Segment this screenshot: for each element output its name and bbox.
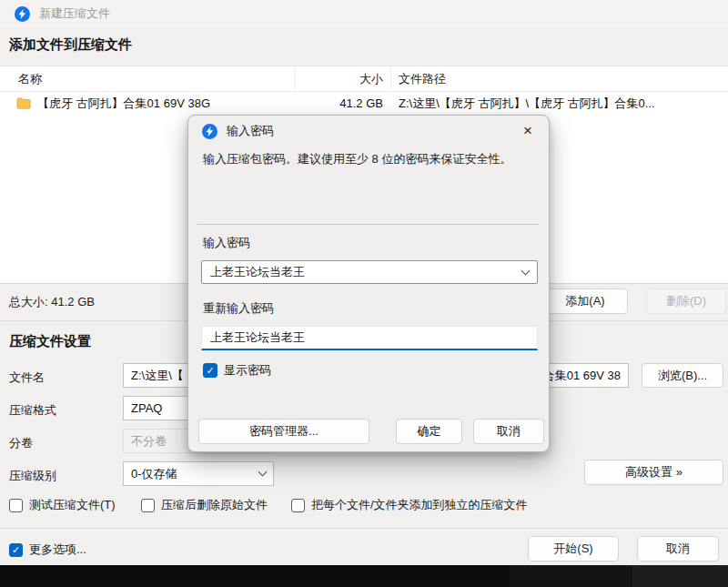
password-label: 输入密码 [203,235,250,251]
close-icon[interactable]: × [516,119,540,143]
checkbox-test-archive[interactable]: 测试压缩文件(T) [9,497,116,513]
bandizip-icon [15,6,30,22]
volume-label: 分卷 [9,435,33,451]
file-path: Z:\这里\【虎牙 古阿扎】\【虎牙 古阿扎】合集0... [391,92,728,115]
checkbox-label: 压缩后删除原始文件 [161,497,268,513]
checkbox-label: 把每个文件/文件夹添加到独立的压缩文件 [311,497,528,513]
more-options-checkbox[interactable]: ✓ 更多选项... [9,541,86,558]
chevron-down-icon [521,266,531,275]
column-header-name[interactable]: 名称 [0,66,294,91]
check-icon: ✓ [12,545,20,555]
password-combobox[interactable]: 上老王论坛当老王 [201,260,538,284]
lightning-glyph [18,9,26,19]
checkbox-box[interactable]: ✓ [9,543,23,557]
dialog-titlebar: 输入密码 [202,123,274,139]
format-label: 压缩格式 [9,402,56,419]
desktop-strip [0,565,728,587]
checkbox-box[interactable] [141,499,155,512]
level-label: 压缩级别 [9,468,56,484]
checkbox-box[interactable] [9,499,23,512]
dialog-divider [197,224,540,225]
filename-value-left: Z:\这里\【 [131,368,184,384]
password-manager-button[interactable]: 密码管理器... [198,419,369,444]
level-select[interactable]: 0-仅存储 [123,461,274,486]
dialog-cancel-button[interactable]: 取消 [473,419,544,444]
filename-label: 文件名 [9,369,45,386]
lightning-glyph [206,127,214,137]
column-header-path[interactable]: 文件路径 [391,66,728,91]
checkbox-label: 显示密码 [224,362,271,379]
password-dialog: 输入密码 × 输入压缩包密码。建议使用至少 8 位的密码来保证安全性。 输入密码… [187,115,550,452]
cancel-button[interactable]: 取消 [637,536,719,562]
confirm-password-label: 重新输入密码 [203,300,274,317]
format-value: ZPAQ [131,401,162,415]
file-list-header: 名称 大小 文件路径 [0,66,728,92]
file-size: 41.2 GB [294,92,391,115]
folder-icon [16,97,31,109]
advanced-settings-button[interactable]: 高级设置 » [584,460,723,485]
delete-button: 删除(D) [646,288,726,314]
dialog-title: 输入密码 [227,123,274,139]
section-title-add-files: 添加文件到压缩文件 [9,36,132,54]
column-header-size[interactable]: 大小 [294,66,391,91]
window-title: 新建压缩文件 [39,5,110,22]
confirm-password-input[interactable] [201,326,538,350]
settings-title: 压缩文件设置 [9,333,91,350]
checkbox-delete-after[interactable]: 压缩后删除原始文件 [141,497,268,513]
volume-value: 不分卷 [131,433,167,450]
password-value: 上老王论坛当老王 [210,264,305,280]
total-size-label: 总大小: 41.2 GB [9,294,95,310]
check-icon: ✓ [206,366,214,376]
add-button[interactable]: 添加(A) [542,288,628,314]
browse-button[interactable]: 浏览(B)... [642,363,723,388]
table-row[interactable]: 【虎牙 古阿扎】合集01 69V 38G 41.2 GB Z:\这里\【虎牙 古… [0,92,728,115]
window-titlebar: 新建压缩文件 [0,0,728,27]
checkbox-label: 测试压缩文件(T) [29,497,116,513]
dialog-description: 输入压缩包密码。建议使用至少 8 位的密码来保证安全性。 [203,151,538,167]
new-archive-window: 新建压缩文件 添加文件到压缩文件 名称 大小 文件路径 【虎牙 古阿扎】合集01… [0,0,728,587]
start-button[interactable]: 开始(S) [528,536,619,562]
footer-divider [0,528,728,529]
show-password-checkbox[interactable]: ✓ 显示密码 [203,362,271,379]
ok-button[interactable]: 确定 [396,419,462,444]
checkbox-box[interactable]: ✓ [203,363,217,378]
level-value: 0-仅存储 [131,466,177,482]
filename-value-right: 合集01 69V 38 [543,368,621,384]
bandizip-icon [202,124,217,139]
checkbox-separate-archives[interactable]: 把每个文件/文件夹添加到独立的压缩文件 [291,497,528,513]
file-name: 【虎牙 古阿扎】合集01 69V 38G [37,96,210,112]
checkbox-box[interactable] [291,499,305,512]
chevron-down-icon [258,468,268,477]
checkbox-label: 更多选项... [29,541,86,558]
